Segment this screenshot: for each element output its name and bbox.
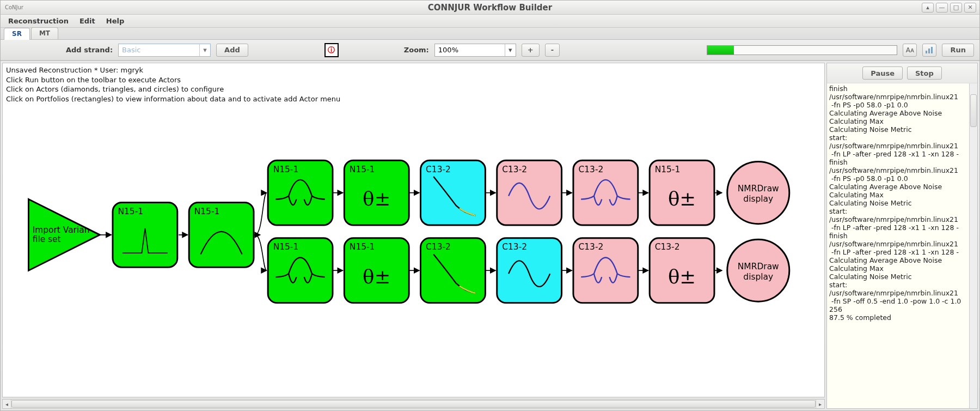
add-strand-label: Add strand: xyxy=(66,46,113,54)
svg-text:N15-1: N15-1 xyxy=(118,207,143,216)
svg-text:C13-2: C13-2 xyxy=(426,242,451,252)
display-node[interactable]: NMRDrawdisplay xyxy=(727,162,789,224)
run-log[interactable]: finish /usr/software/nmrpipe/nmrbin.linu… xyxy=(827,83,977,408)
portfolio-node[interactable]: C13-2θ± xyxy=(650,238,714,303)
portfolio-node[interactable]: N15-1 xyxy=(268,160,333,225)
portfolio-node[interactable]: C13-2 xyxy=(421,160,486,225)
portfolio-node[interactable]: C13-2 xyxy=(573,160,638,225)
portfolio-node[interactable]: N15-1θ± xyxy=(344,160,409,225)
window-maximize-button[interactable]: □ xyxy=(950,3,962,13)
svg-text:C13-2: C13-2 xyxy=(502,165,527,174)
pause-button[interactable]: Pause xyxy=(862,67,903,80)
svg-text:N15-1: N15-1 xyxy=(655,165,681,174)
zoom-label: Zoom: xyxy=(404,46,429,54)
svg-text:N15-1: N15-1 xyxy=(194,207,220,216)
svg-text:θ±: θ± xyxy=(668,188,696,210)
tab-mt[interactable]: MT xyxy=(31,27,58,39)
svg-text:C13-2: C13-2 xyxy=(426,165,451,174)
svg-text:Import Varian: Import Varian xyxy=(33,225,90,235)
toolbar: Add strand: Basic ▾ Add ⓘ Zoom: 100% ▾ +… xyxy=(1,40,979,61)
svg-text:θ±: θ± xyxy=(668,265,696,288)
run-button[interactable]: Run xyxy=(942,44,974,57)
portfolio-node[interactable]: C13-2 xyxy=(421,238,486,303)
font-size-button[interactable]: Aᴀ xyxy=(903,44,917,57)
portfolio-node[interactable]: C13-2 xyxy=(497,238,562,303)
svg-text:display: display xyxy=(743,272,773,282)
svg-text:NMRDraw: NMRDraw xyxy=(738,184,779,194)
svg-text:θ±: θ± xyxy=(363,265,390,288)
svg-rect-1 xyxy=(928,49,930,53)
svg-text:N15-1: N15-1 xyxy=(273,165,299,174)
menu-help[interactable]: Help xyxy=(102,16,128,26)
svg-text:C13-2: C13-2 xyxy=(578,242,603,252)
tab-sr[interactable]: SR xyxy=(4,28,30,40)
strand-type-value: Basic xyxy=(122,46,140,54)
horizontal-scrollbar[interactable]: ◂▸ xyxy=(2,399,825,409)
stop-button[interactable]: Stop xyxy=(907,67,942,80)
svg-text:NMRDraw: NMRDraw xyxy=(738,262,779,271)
zoom-out-button[interactable]: - xyxy=(545,44,560,57)
workflow-canvas[interactable]: Unsaved Reconstruction * User: mgryk Cli… xyxy=(2,63,825,397)
portfolio-node[interactable]: C13-2 xyxy=(573,238,638,303)
vertical-scrollbar[interactable] xyxy=(969,83,977,408)
app-window: CoNJur CONNJUR Workflow Builder ▴ — □ ✕ … xyxy=(0,0,980,411)
window-minimize-button[interactable]: — xyxy=(936,3,948,13)
svg-text:N15-1: N15-1 xyxy=(350,242,375,252)
zoom-in-button[interactable]: + xyxy=(522,44,540,57)
progress-bar xyxy=(707,45,897,55)
portfolio-node[interactable]: N15-1θ± xyxy=(344,238,409,303)
titlebar: CoNJur CONNJUR Workflow Builder ▴ — □ ✕ xyxy=(1,1,979,15)
window-close-button[interactable]: ✕ xyxy=(964,3,976,13)
svg-text:N15-1: N15-1 xyxy=(273,242,299,252)
window-title: CONNJUR Workflow Builder xyxy=(1,3,979,13)
window-up-button[interactable]: ▴ xyxy=(922,3,934,13)
chevron-down-icon: ▾ xyxy=(505,44,516,56)
workflow-diagram: Import Varianfile setN15-1N15-1N15-1N15-… xyxy=(3,63,824,394)
portfolio-node[interactable]: N15-1θ± xyxy=(650,160,714,225)
svg-text:file set: file set xyxy=(33,234,61,244)
display-node[interactable]: NMRDrawdisplay xyxy=(727,239,789,301)
portfolio-node[interactable]: C13-2 xyxy=(497,160,562,225)
zoom-combo[interactable]: 100% ▾ xyxy=(434,44,516,57)
run-panel: Pause Stop finish /usr/software/nmrpipe/… xyxy=(826,63,978,409)
menu-edit[interactable]: Edit xyxy=(75,16,100,26)
portfolio-node[interactable]: N15-1 xyxy=(189,202,254,267)
strand-type-combo[interactable]: Basic ▾ xyxy=(118,44,211,57)
zoom-value: 100% xyxy=(438,46,458,54)
chart-icon[interactable] xyxy=(922,44,936,57)
svg-rect-0 xyxy=(926,51,927,53)
svg-text:C13-2: C13-2 xyxy=(578,165,603,174)
add-button[interactable]: Add xyxy=(216,44,248,57)
tabbar: SR MT xyxy=(1,28,979,40)
svg-text:θ±: θ± xyxy=(363,188,390,210)
portfolio-node[interactable]: N15-1 xyxy=(268,238,333,303)
svg-text:C13-2: C13-2 xyxy=(502,242,527,252)
content-area: Unsaved Reconstruction * User: mgryk Cli… xyxy=(1,61,979,410)
svg-text:N15-1: N15-1 xyxy=(350,165,375,174)
chevron-down-icon: ▾ xyxy=(199,44,210,56)
info-icon[interactable]: ⓘ xyxy=(324,43,339,57)
svg-rect-2 xyxy=(931,47,933,53)
menu-reconstruction[interactable]: Reconstruction xyxy=(4,16,73,26)
svg-text:display: display xyxy=(743,194,773,204)
svg-text:C13-2: C13-2 xyxy=(655,242,680,252)
source-node[interactable]: Import Varianfile set xyxy=(29,200,100,271)
portfolio-node[interactable]: N15-1 xyxy=(113,202,177,267)
menubar: Reconstruction Edit Help xyxy=(1,15,979,28)
